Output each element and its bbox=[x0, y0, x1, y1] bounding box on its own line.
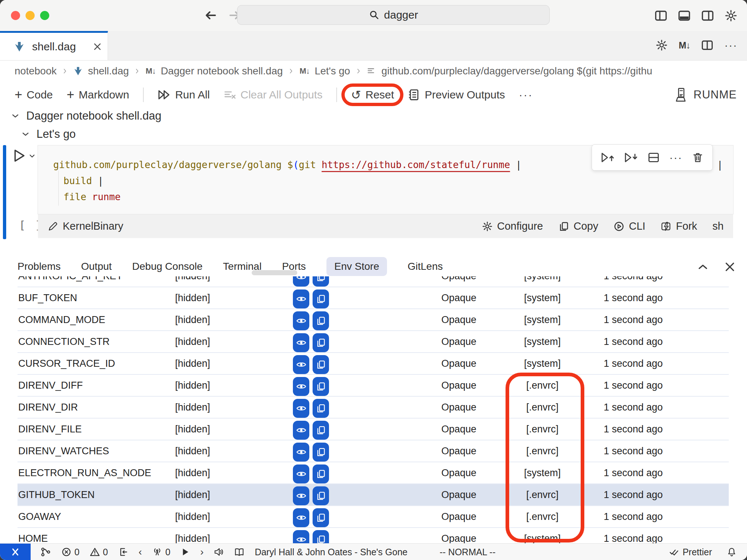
reveal-value-button[interactable] bbox=[293, 443, 309, 462]
reveal-value-button[interactable] bbox=[293, 421, 309, 440]
table-row[interactable]: ELECTRON_RUN_AS_NODE [hidden] Opaque [sy… bbox=[18, 462, 729, 484]
chevron-left-icon[interactable]: ‹ bbox=[139, 546, 142, 558]
add-code-cell-button[interactable]: + Code bbox=[15, 87, 53, 102]
preview-outputs-button[interactable]: Preview Outputs bbox=[408, 89, 505, 101]
reset-session-button[interactable]: ↺ Reset bbox=[351, 89, 394, 101]
split-cell-icon[interactable] bbox=[647, 151, 660, 164]
close-panel-icon[interactable] bbox=[724, 261, 736, 273]
toggle-primary-sidebar-icon[interactable] bbox=[654, 9, 667, 22]
add-markdown-cell-button[interactable]: + Markdown bbox=[67, 87, 129, 102]
zoom-window-button[interactable] bbox=[40, 11, 49, 20]
reveal-value-button[interactable] bbox=[293, 508, 309, 527]
minimize-window-button[interactable] bbox=[26, 11, 35, 20]
breadcrumb-cell-command[interactable]: github.com/purpleclay/daggerverse/golang… bbox=[382, 65, 652, 77]
breadcrumb-section[interactable]: Let's go bbox=[315, 65, 350, 77]
history-back-button[interactable] bbox=[204, 9, 217, 22]
copy-value-button[interactable] bbox=[313, 399, 329, 418]
table-row[interactable]: BUF_TOKEN [hidden] Opaque [system] 1 sec… bbox=[18, 287, 729, 309]
table-row[interactable]: CURSOR_TRACE_ID [hidden] Opaque [system]… bbox=[18, 353, 729, 375]
copy-value-button[interactable] bbox=[313, 289, 329, 308]
breadcrumb-notebook-title[interactable]: Dagger notebook shell.dag bbox=[161, 65, 283, 77]
run-all-button[interactable]: Run All bbox=[158, 89, 210, 101]
copy-button[interactable]: Copy bbox=[558, 220, 599, 232]
panel-tab-env-store[interactable]: Env Store bbox=[326, 257, 387, 276]
copy-value-button[interactable] bbox=[313, 508, 329, 527]
copy-value-button[interactable] bbox=[313, 530, 329, 543]
panel-tab-problems[interactable]: Problems bbox=[18, 257, 61, 276]
copy-value-button[interactable] bbox=[313, 276, 329, 287]
kernel-picker[interactable]: KernelBinary bbox=[47, 220, 123, 232]
notifications-bell-icon[interactable] bbox=[727, 547, 737, 557]
table-row[interactable]: GOAWAY [hidden] Opaque [.envrc] 1 second… bbox=[18, 506, 729, 528]
notebook-settings-gear-icon[interactable] bbox=[655, 39, 668, 51]
vim-mode-indicator[interactable]: -- NORMAL -- bbox=[440, 547, 495, 557]
prettier-status[interactable]: Prettier bbox=[669, 547, 712, 557]
copy-value-button[interactable] bbox=[313, 355, 329, 374]
table-row[interactable]: HOME [hidden] Opaque [system] 1 second a… bbox=[18, 528, 729, 543]
remote-indicator[interactable] bbox=[0, 544, 31, 560]
table-row[interactable]: COMMAND_MODE [hidden] Opaque [system] 1 … bbox=[18, 309, 729, 331]
export-markdown-icon[interactable]: M↓ bbox=[679, 40, 690, 51]
table-row[interactable]: DIRENV_DIFF [hidden] Opaque [.envrc] 1 s… bbox=[18, 375, 729, 397]
tab-shell-dag[interactable]: shell.dag bbox=[0, 31, 108, 60]
reveal-value-button[interactable] bbox=[293, 399, 309, 418]
reveal-value-button[interactable] bbox=[293, 333, 309, 352]
cli-button[interactable]: CLI bbox=[614, 220, 645, 232]
maximize-panel-icon[interactable] bbox=[697, 261, 709, 273]
reveal-value-button[interactable] bbox=[293, 276, 309, 287]
toggle-secondary-sidebar-icon[interactable] bbox=[701, 9, 714, 22]
chevron-down-icon[interactable] bbox=[21, 130, 30, 139]
panel-tab-debug-console[interactable]: Debug Console bbox=[132, 257, 202, 276]
fork-button[interactable]: Fork bbox=[661, 220, 697, 232]
reveal-value-button[interactable] bbox=[293, 311, 309, 330]
run-cell-button[interactable] bbox=[13, 149, 36, 163]
copy-value-button[interactable] bbox=[313, 464, 329, 483]
settings-gear-icon[interactable] bbox=[724, 9, 738, 22]
clear-all-outputs-button[interactable]: Clear All Outputs bbox=[224, 89, 322, 101]
panel-tab-output[interactable]: Output bbox=[81, 257, 112, 276]
chevron-right-icon[interactable]: › bbox=[200, 546, 204, 558]
panel-tab-gitlens[interactable]: GitLens bbox=[407, 257, 443, 276]
reveal-value-button[interactable] bbox=[293, 530, 309, 543]
breadcrumb-notebook[interactable]: notebook bbox=[15, 65, 57, 77]
delete-cell-icon[interactable] bbox=[692, 152, 704, 163]
table-row[interactable]: DIRENV_FILE [hidden] Opaque [.envrc] 1 s… bbox=[18, 419, 729, 440]
copy-value-button[interactable] bbox=[313, 421, 329, 440]
sign-out-icon[interactable] bbox=[118, 547, 128, 557]
broadcast-count[interactable]: 0 bbox=[152, 547, 170, 557]
error-count[interactable]: 0 bbox=[61, 547, 80, 557]
table-row[interactable]: CONNECTION_STR [hidden] Opaque [system] … bbox=[18, 331, 729, 353]
source-control-graph-icon[interactable] bbox=[40, 547, 51, 557]
toolbar-more-button[interactable]: ··· bbox=[519, 89, 533, 101]
cell-more-actions-icon[interactable]: ··· bbox=[669, 151, 682, 164]
cell-language-label[interactable]: sh bbox=[712, 220, 724, 232]
table-row[interactable]: ANTHROPIC_API_KEY [hidden] Opaque [syste… bbox=[18, 276, 729, 287]
copy-value-button[interactable] bbox=[313, 377, 329, 396]
execute-below-icon[interactable] bbox=[624, 152, 638, 163]
play-icon[interactable] bbox=[181, 547, 190, 557]
reveal-value-button[interactable] bbox=[293, 289, 309, 308]
table-row[interactable]: DIRENV_DIR [hidden] Opaque [.envrc] 1 se… bbox=[18, 397, 729, 419]
copy-value-button[interactable] bbox=[313, 333, 329, 352]
reveal-value-button[interactable] bbox=[293, 464, 309, 483]
panel-scrollbar-thumb[interactable] bbox=[252, 270, 297, 275]
close-window-button[interactable] bbox=[11, 11, 20, 20]
close-tab-icon[interactable] bbox=[93, 42, 102, 51]
copy-value-button[interactable] bbox=[313, 443, 329, 462]
reveal-value-button[interactable] bbox=[293, 377, 309, 396]
chevron-down-icon[interactable] bbox=[11, 112, 20, 120]
reveal-value-button[interactable] bbox=[293, 486, 309, 505]
copy-value-button[interactable] bbox=[313, 486, 329, 505]
execute-above-icon[interactable] bbox=[601, 152, 615, 163]
split-editor-icon[interactable] bbox=[701, 39, 713, 51]
configure-button[interactable]: Configure bbox=[482, 220, 543, 232]
copy-value-button[interactable] bbox=[313, 311, 329, 330]
more-actions-icon[interactable]: ··· bbox=[724, 39, 738, 51]
speaker-icon[interactable] bbox=[214, 547, 224, 557]
command-center-search[interactable]: dagger bbox=[237, 5, 550, 25]
now-playing-label[interactable]: Daryl Hall & John Oates - She's Gone bbox=[255, 547, 407, 557]
toggle-panel-icon[interactable] bbox=[678, 9, 691, 22]
reading-book-icon[interactable] bbox=[234, 547, 244, 557]
warning-count[interactable]: 0 bbox=[90, 547, 108, 557]
breadcrumb-file[interactable]: shell.dag bbox=[88, 65, 129, 77]
